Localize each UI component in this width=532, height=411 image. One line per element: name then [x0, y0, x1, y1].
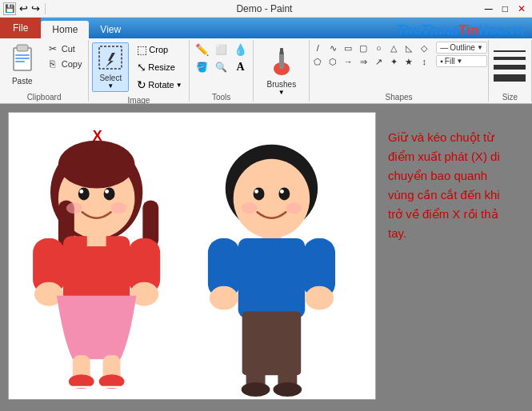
svg-point-20 — [111, 202, 127, 213]
paint-canvas[interactable]: X — [8, 112, 376, 400]
svg-point-36 — [280, 190, 284, 194]
logo-thu: Thu — [397, 22, 422, 38]
quick-access-redo[interactable]: ↪ — [31, 2, 40, 14]
shape-pentagon[interactable]: ⬠ — [310, 55, 325, 68]
shape-scroll[interactable]: ↕ — [417, 55, 431, 68]
eraser-tool[interactable]: ⬜ — [214, 42, 230, 58]
svg-marker-6 — [106, 53, 115, 67]
rotate-icon: ↻ — [137, 78, 146, 91]
copy-button[interactable]: ⎘ Copy — [44, 57, 85, 71]
resize-icon: ⤡ — [137, 61, 146, 74]
fill-arrow: ▼ — [457, 58, 463, 65]
svg-point-14 — [58, 141, 134, 189]
tab-view[interactable]: View — [89, 21, 132, 38]
outline-icon: — — [440, 43, 448, 52]
size-option-3[interactable] — [494, 65, 526, 70]
magnify-tool[interactable]: 🔍 — [214, 59, 230, 75]
pencil-tool[interactable]: ✏️ — [194, 42, 210, 58]
fill-button[interactable]: ▪ Fill ▼ — [436, 55, 487, 67]
shape-ellipse[interactable]: ○ — [371, 42, 386, 54]
logo-vn: .vn — [504, 22, 524, 38]
size-option-4[interactable] — [494, 74, 526, 82]
shape-arrow2[interactable]: ⇒ — [356, 55, 370, 68]
clipboard-label: Clipboard — [27, 91, 62, 102]
size-label: Size — [502, 91, 518, 102]
window-title: Demo - Paint — [50, 3, 478, 14]
logo-thuat: Thuat — [422, 22, 458, 38]
shape-rect[interactable]: ▭ — [341, 42, 355, 54]
shape-curve[interactable]: ∿ — [326, 42, 340, 54]
svg-rect-1 — [17, 45, 28, 51]
info-panel: Giữ và kéo chuột từ điểm xuất phát (X) d… — [376, 112, 524, 259]
shape-star4[interactable]: ✦ — [386, 55, 401, 68]
text-tool[interactable]: A — [233, 59, 249, 75]
svg-point-32 — [234, 159, 310, 238]
svg-point-42 — [210, 286, 238, 310]
canvas-area[interactable]: X — [0, 104, 532, 411]
size-option-1[interactable] — [494, 50, 526, 52]
quick-access-undo[interactable]: ↩ — [19, 2, 28, 14]
logo-tin: Tin — [458, 22, 478, 38]
svg-rect-4 — [15, 61, 25, 62]
shape-rtriangle[interactable]: ◺ — [402, 42, 416, 54]
size-option-2[interactable] — [494, 57, 526, 60]
shape-star5[interactable]: ★ — [402, 55, 416, 68]
title-bar: 💾 ↩ ↪ Demo - Paint ─ □ ✕ — [0, 0, 532, 18]
crop-icon: ⬚ — [137, 43, 147, 56]
tab-home[interactable]: Home — [41, 21, 89, 38]
shape-triangle[interactable]: △ — [386, 42, 401, 54]
shapes-group: / ∿ ▭ ▢ ○ △ ◺ ◇ ⬠ ⬡ → ⇒ ↗ ✦ ★ ↕ — [310, 40, 488, 102]
scissors-icon: ✂ — [46, 42, 59, 55]
paste-button[interactable]: Paste — [4, 42, 41, 87]
quick-access-save[interactable]: 💾 — [3, 2, 16, 15]
maximize-button[interactable]: □ — [499, 3, 511, 14]
brushes-group: Brushes ▼ — [254, 40, 310, 102]
tab-file[interactable]: File — [0, 18, 41, 38]
copy-icon: ⎘ — [46, 58, 59, 70]
svg-rect-45 — [242, 312, 302, 376]
svg-point-16 — [104, 187, 115, 200]
crop-button[interactable]: ⬚ Crop — [134, 42, 185, 58]
outline-arrow: ▼ — [477, 44, 483, 51]
shape-roundrect[interactable]: ▢ — [356, 42, 370, 54]
svg-point-17 — [79, 190, 83, 194]
svg-point-49 — [273, 382, 302, 397]
svg-point-18 — [105, 190, 109, 194]
brushes-arrow: ▼ — [278, 89, 285, 96]
svg-point-37 — [242, 202, 258, 213]
info-text: Giữ và kéo chuột từ điểm xuất phát (X) d… — [388, 128, 512, 243]
outline-button[interactable]: — Outline ▼ — [436, 42, 487, 54]
svg-rect-3 — [15, 58, 30, 59]
color-pick-tool[interactable]: 💧 — [233, 42, 249, 58]
minimize-button[interactable]: ─ — [482, 2, 496, 15]
shapes-label: Shapes — [386, 91, 413, 102]
size-group: Size — [489, 40, 532, 102]
shape-line[interactable]: / — [310, 42, 325, 54]
fill-tool[interactable]: 🪣 — [194, 59, 210, 75]
svg-point-48 — [242, 382, 270, 397]
svg-point-33 — [254, 187, 265, 200]
tools-group: ✏️ ⬜ 💧 🪣 🔍 A Tools — [190, 40, 254, 102]
shape-arrow1[interactable]: → — [341, 55, 355, 68]
svg-rect-40 — [238, 238, 306, 317]
fill-icon: ▪ — [440, 57, 443, 66]
select-button[interactable]: Select ▼ — [92, 42, 129, 92]
resize-button[interactable]: ⤡ Resize — [134, 59, 185, 75]
select-arrow: ▼ — [107, 82, 114, 90]
svg-point-44 — [305, 286, 334, 310]
close-button[interactable]: ✕ — [514, 3, 529, 14]
image-group: Select ▼ ⬚ Crop ⤡ Resize ↻ Rotate ▼ Im — [89, 40, 190, 102]
logo: ThuThuatTinHoc.vn — [397, 22, 532, 38]
svg-point-19 — [66, 202, 82, 213]
shape-hexagon[interactable]: ⬡ — [326, 55, 340, 68]
svg-rect-2 — [15, 54, 30, 56]
svg-rect-9 — [280, 48, 283, 54]
rotate-arrow: ▼ — [176, 82, 182, 89]
shape-arrow3[interactable]: ↗ — [371, 55, 386, 68]
logo-hoc: Hoc — [478, 22, 504, 38]
select-label: Select — [99, 74, 122, 82]
rotate-button[interactable]: ↻ Rotate ▼ — [134, 77, 185, 93]
cut-button[interactable]: ✂ Cut — [44, 42, 85, 56]
shape-diamond[interactable]: ◇ — [417, 42, 431, 54]
brushes-button[interactable]: Brushes ▼ — [264, 45, 299, 96]
